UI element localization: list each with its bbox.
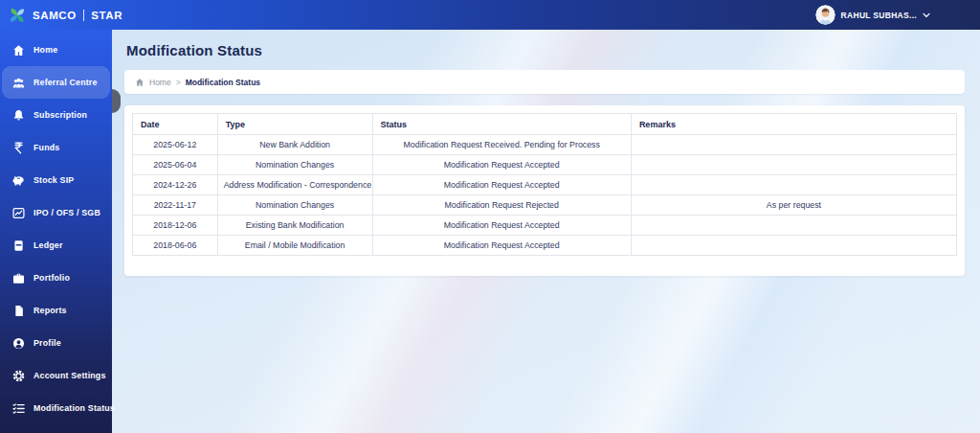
cell-date: 2018-06-06 (133, 236, 218, 256)
cell-type: Nomination Changes (217, 155, 372, 175)
sidebar-item-reports[interactable]: Reports (2, 294, 110, 327)
page-title: Modification Status (126, 42, 980, 58)
modification-table: DateTypeStatusRemarks 2025-06-12New Bank… (132, 113, 957, 256)
cell-remarks (631, 155, 956, 175)
report-icon (12, 305, 25, 317)
cell-date: 2024-12-26 (133, 175, 218, 195)
sidebar-item-stock-sip[interactable]: Stock SIP (2, 164, 110, 196)
cell-status: Modification Request Accepted (372, 175, 631, 195)
sidebar-item-modification-status[interactable]: Modification Status (2, 392, 110, 424)
cell-date: 2022-11-17 (133, 195, 218, 216)
sidebar-item-ipo-ofs-sgb[interactable]: IPO / OFS / SGB (2, 196, 110, 229)
cell-remarks: As per request (631, 195, 956, 216)
sidebar-item-account-settings[interactable]: Account Settings (2, 359, 110, 392)
sidebar-item-label: Modification Status (33, 403, 115, 413)
brand-divider (83, 10, 85, 21)
sidebar-item-profile[interactable]: Profile (2, 327, 110, 359)
breadcrumb-separator: > (176, 78, 181, 87)
sidebar-item-funds[interactable]: Funds (2, 131, 110, 164)
table-row: 2025-06-12New Bank AdditionModification … (133, 135, 957, 155)
profile-icon (12, 337, 25, 350)
rupee-icon (12, 142, 25, 154)
table-row: 2018-06-06Email / Mobile ModificationMod… (133, 236, 957, 256)
table-row: 2022-11-17Nomination ChangesModification… (133, 195, 957, 216)
cell-remarks (631, 236, 956, 256)
brand-logo[interactable]: SAMCO STAR (0, 7, 122, 24)
sidebar-item-label: Profile (33, 338, 61, 348)
user-name: RAHUL SUBHAS... (841, 11, 917, 20)
piggy-bank-icon (12, 174, 25, 187)
cell-date: 2025-06-04 (133, 155, 218, 175)
sidebar-item-label: Reports (33, 306, 67, 315)
chevron-down-icon (923, 12, 930, 18)
gear-icon (12, 370, 25, 382)
sidebar-item-label: Referral Centre (33, 78, 98, 87)
bell-icon (12, 109, 25, 122)
table-row: 2018-12-06Existing Bank ModificationModi… (133, 216, 957, 236)
home-icon (12, 44, 25, 57)
sidebar-item-label: Ledger (33, 240, 63, 250)
cell-status: Modification Request Received. Pending f… (372, 135, 631, 155)
cell-remarks (631, 216, 956, 236)
cell-status: Modification Request Accepted (372, 236, 631, 256)
cell-type: Email / Mobile Modification (217, 236, 372, 256)
breadcrumb-home-link[interactable]: Home (149, 78, 171, 87)
sidebar-item-label: Stock SIP (33, 175, 74, 185)
cell-status: Modification Request Accepted (372, 216, 631, 236)
sidebar-item-ledger[interactable]: Ledger (2, 229, 110, 262)
ledger-icon (12, 239, 25, 252)
cell-date: 2018-12-06 (133, 216, 218, 236)
cell-status: Modification Request Rejected (372, 195, 631, 216)
sidebar-item-subscription[interactable]: Subscription (2, 99, 110, 131)
column-header-status: Status (372, 114, 631, 135)
topbar: SAMCO STAR RAHUL SUBHAS... (0, 0, 980, 30)
cell-type: Existing Bank Modification (217, 216, 372, 236)
column-header-date: Date (133, 114, 218, 135)
sidebar-item-portfolio[interactable]: Portfolio (2, 262, 110, 294)
cell-remarks (631, 135, 956, 155)
table-row: 2024-12-26Address Modification - Corresp… (133, 175, 957, 195)
user-menu[interactable]: RAHUL SUBHAS... (815, 5, 980, 25)
cell-date: 2025-06-12 (133, 135, 218, 155)
home-icon (135, 78, 145, 87)
referral-icon (12, 77, 25, 89)
checklist-icon (12, 402, 25, 415)
sidebar-item-label: Portfolio (33, 273, 70, 283)
breadcrumb-current: Modification Status (186, 78, 260, 87)
brand-sub: STAR (91, 10, 122, 21)
sidebar: HomeReferral CentreSubscriptionFundsStoc… (0, 30, 112, 433)
cell-type: New Bank Addition (217, 135, 372, 155)
brand-name: SAMCO (33, 10, 77, 21)
briefcase-icon (12, 272, 25, 285)
sidebar-item-label: Account Settings (33, 371, 106, 380)
cell-type: Address Modification - Correspondence (217, 175, 372, 195)
sidebar-item-label: Funds (33, 143, 59, 152)
sidebar-item-referral-centre[interactable]: Referral Centre (2, 66, 110, 99)
main-content: Modification Status Home > Modification … (112, 30, 980, 433)
breadcrumb: Home > Modification Status (124, 70, 965, 94)
column-header-type: Type (217, 114, 372, 135)
modification-table-card: DateTypeStatusRemarks 2025-06-12New Bank… (124, 105, 965, 276)
table-row: 2025-06-04Nomination ChangesModification… (133, 155, 957, 175)
cell-type: Nomination Changes (217, 195, 372, 216)
cell-status: Modification Request Accepted (372, 155, 631, 175)
chart-icon (12, 207, 25, 219)
sidebar-item-label: IPO / OFS / SGB (33, 208, 100, 217)
cell-remarks (631, 175, 956, 195)
sidebar-item-label: Home (33, 45, 57, 55)
sidebar-item-label: Subscription (33, 110, 87, 120)
samco-pinwheel-icon (9, 7, 26, 24)
table-header-row: DateTypeStatusRemarks (133, 114, 957, 135)
sidebar-item-home[interactable]: Home (2, 34, 110, 66)
avatar (815, 5, 835, 25)
column-header-remarks: Remarks (631, 114, 956, 135)
